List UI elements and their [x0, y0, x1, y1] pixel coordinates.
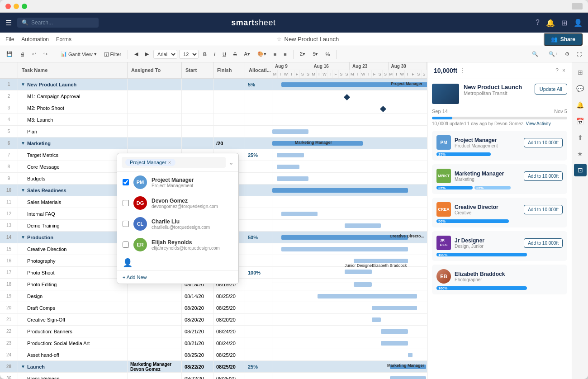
dropdown-checkbox-elijah[interactable]	[123, 242, 129, 248]
underline-button[interactable]: U	[220, 50, 229, 58]
notifications-icon[interactable]: 🔔	[546, 19, 555, 27]
text-color-button[interactable]: A▾	[241, 50, 252, 58]
strip-chat-icon[interactable]: 💬	[574, 82, 587, 95]
panel-view-activity-link[interactable]: View Activity	[526, 121, 550, 126]
strikethrough-button[interactable]: S	[231, 50, 239, 58]
zoom-out-button[interactable]: 🔍−	[529, 50, 544, 58]
gantt-bar-photo-editing	[354, 282, 372, 287]
card-mrkt-add-button[interactable]: Add to 10,000ft	[524, 171, 563, 181]
row-m1[interactable]: 2 M1: Campaign Approval	[0, 90, 427, 102]
cell-finish-marketing: /20	[213, 137, 245, 149]
percent-button[interactable]: %	[323, 50, 333, 58]
filter-button[interactable]: ⚿ Filter	[101, 50, 124, 58]
card-crea-add-button[interactable]: Add to 10,000ft	[524, 205, 563, 214]
row-press-release[interactable]: 36 Press Release 08/22/20 08/25/20	[0, 373, 427, 379]
menu-file[interactable]: File	[5, 36, 14, 43]
dropdown-add-new[interactable]: + Add New	[117, 270, 238, 284]
row-marketing[interactable]: 6 ▼Marketing /20 Marketing Manager	[0, 137, 427, 149]
row-production-social[interactable]: 23 Production: Social Media Art 08/21/20…	[0, 337, 427, 349]
row-launch[interactable]: 28 ▼Launch Marketing Manager Devon Gomez…	[0, 361, 427, 373]
dropdown-item-pm[interactable]: PM Project Manager Project Management	[117, 172, 238, 193]
cell-finish-plan	[213, 126, 245, 137]
titlebar-extra	[572, 3, 583, 9]
strip-calendar-icon[interactable]: 📅	[574, 115, 587, 128]
cell-alloc-target-metrics: 25%	[245, 149, 272, 161]
section-arrow: ▼	[21, 141, 25, 146]
apps-icon[interactable]: ⊞	[561, 19, 567, 27]
zoom-in-button[interactable]: 🔍+	[546, 50, 560, 58]
row-plan[interactable]: 5 Plan	[0, 126, 427, 137]
close-button[interactable]	[5, 4, 11, 9]
card-marketing-manager: MRKT Marketing Manager Marketing Add to …	[432, 164, 567, 194]
gantt-view-button[interactable]: 📊 Gantt View ▾	[58, 50, 100, 58]
panel-close-icon[interactable]: ×	[562, 67, 565, 74]
strip-panel-icon[interactable]: ⊡	[574, 164, 587, 176]
align-left-button[interactable]: ≡	[271, 50, 279, 58]
dropdown-item-devon[interactable]: DG Devon Gomez devongomez@torquedesign.c…	[117, 193, 238, 213]
dropdown-checkbox-pm[interactable]	[123, 179, 129, 185]
row-draft-comps[interactable]: 20 Draft Comps 08/20/20 08/25/20	[0, 302, 427, 314]
strip-upload-icon[interactable]: ⬆	[574, 131, 587, 144]
print-button[interactable]: 🖨	[17, 50, 28, 58]
gantt-month-aug16: Aug 16	[311, 62, 350, 70]
italic-button[interactable]: I	[211, 50, 218, 58]
menu-automation[interactable]: Automation	[21, 36, 49, 43]
menu-forms[interactable]: Forms	[56, 36, 71, 43]
save-button[interactable]: 💾	[4, 50, 15, 58]
row-design[interactable]: 19 Design 08/14/20 08/25/20	[0, 290, 427, 302]
row-production-banners[interactable]: 22 Production: Banners 08/21/20 08/24/20	[0, 326, 427, 337]
panel-help-icon[interactable]: ?	[555, 67, 559, 74]
cell-alloc-production-social	[245, 337, 272, 349]
align-center-button[interactable]: ≡	[281, 50, 289, 58]
row-new-product-launch[interactable]: 1 ▼New Product Launch 5% Project Manager	[0, 79, 427, 90]
top-nav: ☰ 🔍 smartsheet ? 🔔 ⊞ 👤	[0, 13, 588, 33]
cell-finish-production-social: 08/24/20	[213, 337, 245, 349]
undo-button[interactable]: ↩	[29, 50, 39, 58]
user-avatar[interactable]: 👤	[574, 19, 583, 27]
minimize-button[interactable]	[14, 4, 19, 9]
card-pm-add-button[interactable]: Add to 10,000ft	[524, 138, 563, 147]
strip-grid-icon[interactable]: ⊞	[574, 66, 587, 79]
cell-alloc-design	[245, 290, 272, 302]
col-right-button[interactable]: ▶	[142, 50, 152, 58]
expand-button[interactable]: ⛶	[574, 50, 584, 58]
strip-bell-icon[interactable]: 🔔	[574, 99, 587, 111]
hamburger-menu[interactable]: ☰	[5, 19, 12, 27]
row-m3[interactable]: 4 M3: Launch	[0, 114, 427, 126]
currency-button[interactable]: $▾	[310, 50, 321, 58]
search-bar[interactable]: 🔍	[17, 18, 99, 28]
card-jr-add-button[interactable]: Add to 10,000ft	[524, 238, 563, 248]
search-input[interactable]	[31, 19, 90, 26]
row-creative-sign-off[interactable]: 21 Creative Sign-Off 08/20/20 08/20/20	[0, 314, 427, 326]
dropdown-search-box[interactable]: Project Manager ×	[122, 157, 226, 168]
fill-color-button[interactable]: 🎨▾	[255, 50, 269, 58]
dropdown-tag-remove[interactable]: ×	[168, 160, 171, 165]
strip-star-icon[interactable]: ★	[574, 147, 587, 160]
panel-progress-bar	[432, 117, 567, 119]
dropdown-avatar-elijah: ER	[133, 238, 147, 251]
dropdown-checkbox-charlie[interactable]	[123, 221, 129, 227]
formula-button[interactable]: Σ▾	[297, 50, 308, 58]
filter-label: Filter	[110, 52, 121, 57]
settings-button[interactable]: ⚙	[562, 50, 572, 58]
col-left-button[interactable]: ◀	[132, 50, 141, 58]
row-m2[interactable]: 3 M2: Photo Shoot	[0, 102, 427, 114]
row-asset-handoff[interactable]: 24 Asset hand-off 08/25/20 08/25/20	[0, 349, 427, 361]
star-icon[interactable]: ☆	[276, 36, 282, 43]
size-select[interactable]: 12	[179, 50, 199, 59]
bold-button[interactable]: B	[200, 50, 209, 58]
dropdown-name-pm: Project Manager	[152, 177, 233, 183]
font-select[interactable]: Arial	[153, 50, 177, 59]
dropdown-item-charlie[interactable]: CL Charlie Liu charlieliu@torquedesign.c…	[117, 213, 238, 234]
help-icon[interactable]: ?	[536, 19, 540, 27]
panel-dots-icon[interactable]: ⋮	[460, 67, 465, 74]
dropdown-checkbox-devon[interactable]	[123, 200, 129, 206]
card-eb-info: Elizabeth Braddock Photographer	[455, 271, 563, 282]
maximize-button[interactable]	[22, 4, 27, 9]
update-all-button[interactable]: Update All	[535, 84, 567, 95]
redo-button[interactable]: ↪	[41, 50, 50, 58]
panel-proj-details: New Product Launch Metropolitan Transit	[464, 84, 530, 96]
share-button[interactable]: 👥 Share	[544, 33, 583, 46]
dropdown-expand-icon[interactable]: ⌄	[228, 159, 234, 166]
dropdown-item-elijah[interactable]: ER Elijah Reynolds elijahreynolds@torque…	[117, 234, 238, 255]
